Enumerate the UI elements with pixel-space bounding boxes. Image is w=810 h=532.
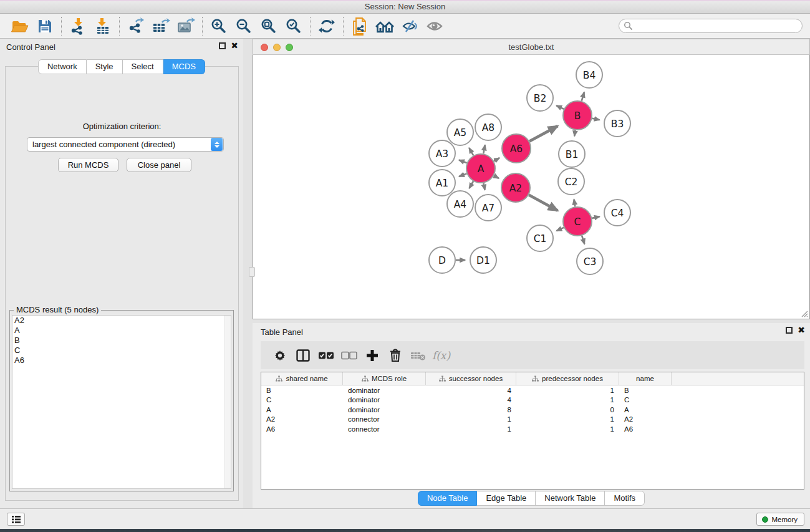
function-builder-icon[interactable]: f(x)	[430, 344, 453, 367]
graph-edge-B-B4[interactable]	[582, 92, 584, 101]
graph-node-C4[interactable]: C4	[604, 200, 630, 226]
graph-edge-B-B3[interactable]	[592, 118, 600, 120]
table-cell[interactable]: 1	[426, 425, 516, 433]
graph-edge-C-C1[interactable]	[556, 228, 564, 231]
result-list-item[interactable]: B	[12, 336, 231, 346]
graph-edge-A-A6[interactable]	[494, 158, 499, 161]
table-cell[interactable]: B	[261, 387, 343, 394]
task-history-button[interactable]	[7, 513, 25, 526]
tab-edge-table[interactable]: Edge Table	[477, 491, 536, 506]
delete-table-icon[interactable]	[407, 344, 430, 367]
home-icon[interactable]	[372, 16, 397, 37]
result-scrollbar[interactable]	[224, 316, 231, 488]
show-hide-graphics-details-icon[interactable]	[397, 16, 422, 37]
table-cell[interactable]: C	[619, 396, 672, 404]
tab-motifs[interactable]: Motifs	[605, 491, 645, 506]
table-cell[interactable]: dominator	[343, 406, 426, 414]
graph-node-C2[interactable]: C2	[558, 168, 584, 195]
graph-edge-A-A8[interactable]	[483, 145, 485, 154]
graph-edge-C-C3[interactable]	[582, 236, 584, 244]
deselect-all-columns-icon[interactable]	[337, 344, 360, 367]
table-row[interactable]: Bdominator41B	[261, 385, 804, 395]
table-cell[interactable]: C	[261, 396, 343, 404]
table-cell[interactable]: 0	[516, 406, 619, 414]
tab-select[interactable]: Select	[123, 59, 163, 74]
graph-edge-A2-C[interactable]	[529, 195, 557, 210]
open-session-icon[interactable]	[7, 16, 32, 37]
resize-grip-icon[interactable]	[799, 309, 808, 317]
graph-node-B3[interactable]: B3	[604, 110, 630, 137]
delete-column-icon[interactable]	[383, 344, 407, 367]
graph-node-D[interactable]: D	[429, 247, 455, 273]
close-panel-icon[interactable]: ✖	[798, 327, 805, 334]
graph-node-B4[interactable]: B4	[576, 62, 602, 88]
table-cell[interactable]: A2	[261, 415, 343, 423]
graph-node-C[interactable]: C	[563, 207, 592, 236]
graph-node-A3[interactable]: A3	[429, 140, 455, 167]
refresh-layout-icon[interactable]	[314, 16, 339, 37]
table-cell[interactable]: 1	[516, 415, 619, 423]
table-row[interactable]: A6connector11A6	[261, 424, 804, 434]
node-table[interactable]: shared nameMCDS rolesuccessor nodesprede…	[261, 372, 804, 490]
graph-edge-A-A2[interactable]	[494, 176, 499, 178]
result-list-item[interactable]: A2	[12, 316, 231, 326]
clone-network-icon[interactable]	[347, 16, 372, 37]
zoom-selected-icon[interactable]	[281, 16, 306, 37]
table-cell[interactable]: 4	[426, 396, 516, 404]
birds-eye-view-icon[interactable]	[422, 16, 447, 37]
export-table-icon[interactable]	[148, 16, 173, 37]
graph-node-B2[interactable]: B2	[527, 85, 553, 111]
column-header-predecessor-nodes[interactable]: predecessor nodes	[516, 372, 619, 385]
table-cell[interactable]: A6	[619, 425, 672, 433]
table-cell[interactable]: dominator	[343, 387, 426, 394]
column-header-shared-name[interactable]: shared name	[261, 372, 343, 385]
graph-edge-A-A1[interactable]	[459, 173, 466, 177]
close-panel-icon[interactable]: ✖	[231, 42, 238, 49]
table-row[interactable]: Cdominator41C	[261, 395, 804, 405]
graph-node-C3[interactable]: C3	[577, 248, 603, 274]
run-mcds-button[interactable]: Run MCDS	[58, 158, 118, 172]
graph-edge-B-B1[interactable]	[574, 130, 575, 137]
memory-button[interactable]: Memory	[756, 513, 804, 526]
mcds-result-list[interactable]: A2ABCA6	[12, 315, 231, 489]
table-cell[interactable]: 1	[516, 396, 619, 404]
float-panel-icon[interactable]	[219, 42, 226, 49]
graph-node-A6[interactable]: A6	[502, 134, 531, 163]
graph-edge-C-C2[interactable]	[574, 200, 575, 207]
table-cell[interactable]: 8	[426, 406, 516, 414]
graph-node-C1[interactable]: C1	[527, 225, 553, 251]
result-list-item[interactable]: A6	[12, 355, 231, 365]
column-header-successor-nodes[interactable]: successor nodes	[426, 372, 516, 385]
graph-node-A8[interactable]: A8	[475, 114, 501, 140]
tab-network-table[interactable]: Network Table	[536, 491, 605, 506]
graph-edge-B-B2[interactable]	[556, 105, 564, 109]
float-panel-icon[interactable]	[786, 327, 793, 334]
criterion-dropdown[interactable]: largest connected component (directed)	[27, 137, 224, 152]
add-column-icon[interactable]	[360, 344, 383, 367]
tab-network[interactable]: Network	[38, 59, 87, 74]
graph-node-A[interactable]: A	[466, 154, 495, 183]
settings-gear-icon[interactable]	[268, 344, 291, 367]
graph-edge-A-A7[interactable]	[483, 183, 485, 190]
graph-edge-A-A3[interactable]	[459, 160, 467, 163]
select-all-columns-icon[interactable]	[314, 344, 337, 367]
graph-node-A7[interactable]: A7	[475, 195, 501, 221]
network-canvas[interactable]: B4B2BB3B1A5A8A6A3AC2A1A2A4A7C4CC1C3DD1	[253, 55, 810, 319]
split-view-icon[interactable]	[291, 344, 314, 367]
graph-edge-C-C4[interactable]	[592, 216, 599, 218]
zoom-out-icon[interactable]	[231, 16, 256, 37]
table-cell[interactable]: connector	[343, 425, 426, 433]
close-panel-button[interactable]: Close panel	[127, 158, 191, 172]
graph-edge-A6-B[interactable]	[529, 126, 557, 141]
table-row[interactable]: Adominator80A	[261, 405, 804, 415]
table-cell[interactable]: 1	[516, 387, 619, 394]
table-cell[interactable]: connector	[343, 415, 426, 423]
table-cell[interactable]: 4	[426, 387, 516, 394]
import-table-icon[interactable]	[90, 16, 115, 37]
table-cell[interactable]: A6	[261, 425, 343, 433]
graph-node-D1[interactable]: D1	[470, 247, 496, 273]
save-session-icon[interactable]	[32, 16, 57, 37]
table-cell[interactable]: A2	[619, 415, 672, 423]
table-cell[interactable]: B	[619, 387, 672, 394]
table-cell[interactable]: 1	[516, 425, 619, 433]
